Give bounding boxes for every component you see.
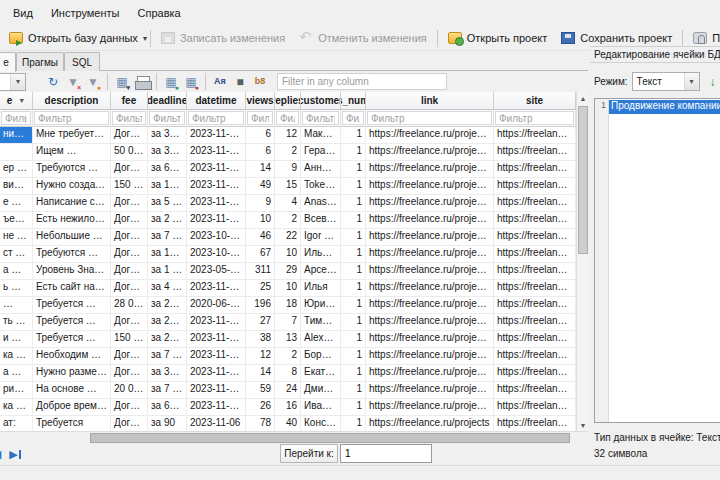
cell-customer[interactable]: Илья … <box>301 246 341 263</box>
cell-name[interactable]: ние … <box>0 127 33 144</box>
cell-fee[interactable]: Договор… <box>111 263 148 280</box>
cell-views[interactable]: 9 <box>246 195 275 212</box>
filter-input-fee[interactable] <box>112 111 146 125</box>
cell-views[interactable]: 59 <box>246 382 275 399</box>
cell-replies[interactable]: 8 <box>275 365 301 382</box>
cell-site[interactable]: https://freelance.ru <box>494 144 576 161</box>
cell-site[interactable]: https://freelance.ru <box>494 161 576 178</box>
open-project-button[interactable]: Открыть проект <box>441 28 555 48</box>
cell-s_num[interactable]: 1 <box>341 348 366 365</box>
cell-s_num[interactable]: 1 <box>341 127 366 144</box>
cell-link[interactable]: https://freelance.ru/projects… <box>366 314 494 331</box>
cell-description[interactable]: Есть нежилое … <box>33 212 111 229</box>
cell-replies[interactable]: 10 <box>275 280 301 297</box>
cell-s_num[interactable]: 1 <box>341 331 366 348</box>
cell-datetime[interactable]: 2023-11-06 <box>187 416 246 431</box>
cell-customer[interactable]: Гераси… <box>301 144 341 161</box>
cell-description[interactable]: Необходим … <box>33 348 111 365</box>
open-db-button[interactable]: Открыть базу данных <box>2 28 145 48</box>
filter-input-link[interactable] <box>367 111 492 125</box>
cell-datetime[interactable]: 2020-06-23… <box>187 297 246 314</box>
cell-fee[interactable]: Договор… <box>111 280 148 297</box>
cell-deadline[interactable]: за 90 <box>148 416 187 431</box>
cell-customer[interactable]: Арсени… <box>301 263 341 280</box>
vertical-scroll-thumb[interactable] <box>578 106 588 254</box>
horizontal-scrollbar[interactable] <box>0 431 588 443</box>
cell-customer[interactable]: Иван … <box>301 399 341 416</box>
cell-s_num[interactable]: 1 <box>341 382 366 399</box>
cell-editor[interactable]: 1 Продвижение компании <box>594 98 720 423</box>
cell-deadline[interactable]: за 60 … <box>148 399 187 416</box>
refresh-icon[interactable]: ↻ <box>44 73 62 91</box>
cell-description[interactable]: Требуется … <box>33 331 111 348</box>
cell-views[interactable]: 196 <box>246 297 275 314</box>
column-header-datetime[interactable]: datetime <box>187 92 246 110</box>
cell-views[interactable]: 26 <box>246 399 275 416</box>
horizontal-scroll-thumb[interactable] <box>90 433 570 443</box>
cell-s_num[interactable]: 1 <box>341 178 366 195</box>
blob-icon[interactable]: ■ <box>231 73 249 91</box>
cell-replies[interactable]: 15 <box>275 178 301 195</box>
cell-views[interactable]: 14 <box>246 161 275 178</box>
cell-customer[interactable]: Макси… <box>301 127 341 144</box>
cell-customer[interactable]: Борис … <box>301 348 341 365</box>
column-header-views[interactable]: views <box>246 92 275 110</box>
tab-pragmas[interactable]: Прагмы <box>16 52 64 71</box>
cell-fee[interactable]: 150 000 … <box>111 331 148 348</box>
cell-replies[interactable]: 2 <box>275 212 301 229</box>
encoding-icon[interactable]: b8 <box>251 73 269 91</box>
cell-s_num[interactable]: 1 <box>341 161 366 178</box>
cell-datetime[interactable]: 2023-11-07… <box>187 161 246 178</box>
cell-name[interactable]: ть … <box>0 314 33 331</box>
menu-item-view[interactable]: Вид <box>4 3 42 23</box>
cell-s_num[interactable]: 1 <box>341 229 366 246</box>
cell-description[interactable]: Требуется … <box>33 297 111 314</box>
cell-replies[interactable]: 9 <box>275 161 301 178</box>
cell-site[interactable]: https://freelance.ru <box>494 382 576 399</box>
cell-views[interactable]: 67 <box>246 246 275 263</box>
cell-link[interactable]: https://freelance.ru/projects… <box>366 246 494 263</box>
cell-views[interactable]: 38 <box>246 331 275 348</box>
save-filter-icon[interactable]: ▼● <box>84 73 102 91</box>
cell-fee[interactable]: 150 000 … <box>111 178 148 195</box>
cell-deadline[interactable]: за 1 … <box>148 263 187 280</box>
cell-views[interactable]: 46 <box>246 229 275 246</box>
filter-input-customer[interactable] <box>302 111 339 125</box>
cell-site[interactable]: https://freelance.ru <box>494 246 576 263</box>
cell-link[interactable]: https://freelance.ru/projects… <box>366 195 494 212</box>
vertical-scrollbar[interactable]: ▲ ▼ <box>576 92 588 431</box>
cell-replies[interactable]: 29 <box>275 263 301 280</box>
cell-datetime[interactable]: 2023-10-10… <box>187 246 246 263</box>
cell-description[interactable]: Мне требуется … <box>33 127 111 144</box>
cell-datetime[interactable]: 2023-11-07… <box>187 348 246 365</box>
cell-deadline[interactable]: за 20 … <box>148 297 187 314</box>
cell-customer[interactable]: Toke … <box>301 178 341 195</box>
cell-customer[interactable]: Илья <box>301 280 341 297</box>
cell-replies[interactable]: 16 <box>275 399 301 416</box>
cell-datetime[interactable]: 2023-11-07… <box>187 365 246 382</box>
cell-deadline[interactable]: за 4 … <box>148 280 187 297</box>
cell-site[interactable]: https://freelance.ru <box>494 178 576 195</box>
cell-name[interactable]: а … <box>0 263 33 280</box>
cell-replies[interactable]: 13 <box>275 331 301 348</box>
cell-customer[interactable]: Igor … <box>301 229 341 246</box>
cell-views[interactable]: 27 <box>246 314 275 331</box>
cell-replies[interactable]: 7 <box>275 314 301 331</box>
cell-fee[interactable]: Договор… <box>111 212 148 229</box>
cell-site[interactable]: https://freelance.ru <box>494 195 576 212</box>
column-header-name[interactable]: е▼ <box>0 92 33 110</box>
cell-datetime[interactable]: 2023-11-05… <box>187 178 246 195</box>
cell-description[interactable]: Требуется <box>33 416 111 431</box>
filter-input-replies[interactable] <box>276 111 299 125</box>
column-header-deadline[interactable]: deadline <box>148 92 187 110</box>
cell-site[interactable]: https://freelance.ru <box>494 399 576 416</box>
cell-datetime[interactable]: 2023-11-07… <box>187 212 246 229</box>
cell-fee[interactable]: Договор… <box>111 229 148 246</box>
attach-db-button[interactable]: Прикрепить БД <box>686 28 720 48</box>
cell-customer[interactable]: Юрий … <box>301 297 341 314</box>
cell-deadline[interactable]: за 60 … <box>148 161 187 178</box>
cell-name[interactable]: видео… <box>0 178 33 195</box>
cell-fee[interactable]: 28 000 … <box>111 297 148 314</box>
cell-name[interactable]: ь … <box>0 280 33 297</box>
cell-link[interactable]: https://freelance.ru/projects… <box>366 178 494 195</box>
